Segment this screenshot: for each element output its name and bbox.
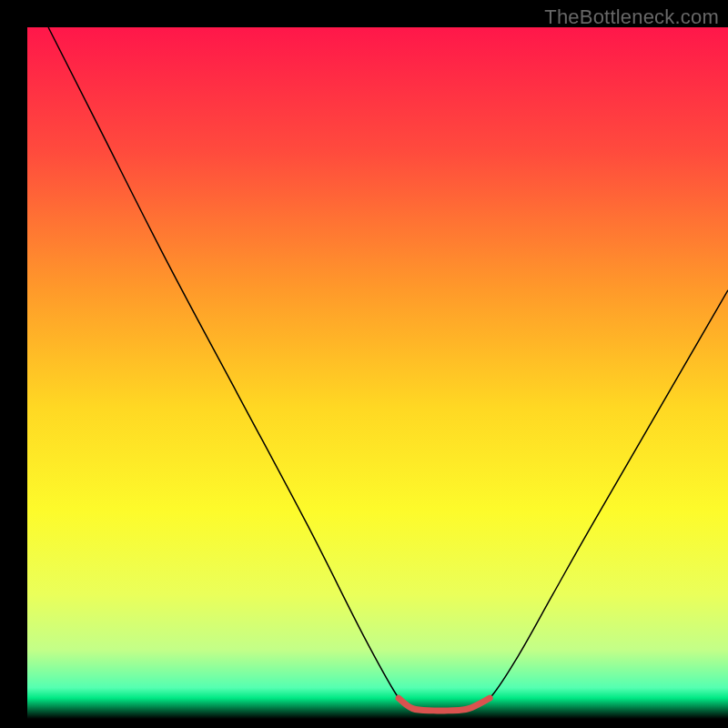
chart-container: TheBottleneck.com — [0, 0, 728, 728]
watermark-label: TheBottleneck.com — [544, 5, 719, 29]
bottleneck-chart — [0, 0, 728, 728]
gradient-background — [27, 27, 728, 719]
